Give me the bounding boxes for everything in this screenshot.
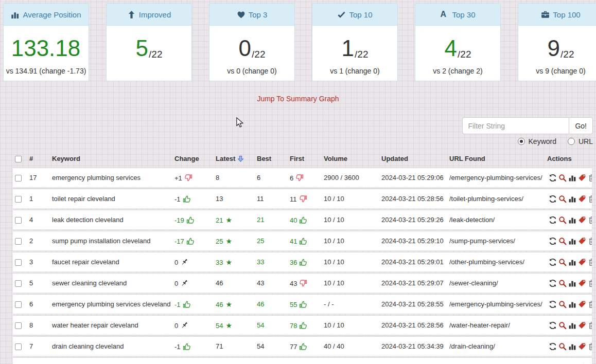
trash-icon[interactable]: [588, 300, 592, 308]
card-top-100: Top 100 9/22 vs 9 (change 0): [518, 3, 596, 81]
column-header-updated[interactable]: Updated: [379, 152, 447, 167]
tag-icon[interactable]: [578, 237, 586, 245]
chart-icon[interactable]: [568, 321, 576, 330]
cell-volume: 40 / 40: [322, 336, 379, 356]
tag-icon[interactable]: [578, 216, 586, 224]
trash-icon[interactable]: [588, 258, 592, 266]
search-icon[interactable]: [558, 258, 567, 266]
refresh-icon[interactable]: [549, 321, 557, 330]
search-icon[interactable]: [558, 174, 567, 182]
card-title: Top 3: [249, 10, 268, 19]
column-header-best[interactable]: Best: [255, 152, 288, 167]
row-checkbox[interactable]: [15, 301, 22, 308]
briefcase-icon: [541, 10, 550, 19]
refresh-icon[interactable]: [549, 237, 557, 245]
column-header-keyword[interactable]: Keyword: [50, 152, 172, 167]
search-icon[interactable]: [558, 216, 567, 224]
cell-checkbox: [13, 168, 27, 188]
cell-change: 0: [172, 315, 214, 335]
cell-value: 54: [216, 322, 223, 330]
chart-icon[interactable]: [568, 279, 576, 287]
refresh-icon[interactable]: [549, 342, 557, 351]
cell-latest: 21★: [214, 210, 255, 230]
jump-to-summary-graph-link[interactable]: Jump To Summary Graph: [257, 95, 339, 103]
cell-url-found: /emergency-plumbing-services/: [447, 168, 545, 188]
tag-icon[interactable]: [578, 321, 586, 330]
chart-icon[interactable]: [568, 195, 576, 203]
search-icon[interactable]: [558, 237, 567, 245]
cell-updated: 2024-03-21 05:28:55: [379, 294, 447, 314]
row-checkbox[interactable]: [15, 175, 22, 181]
url-radio[interactable]: [568, 138, 575, 145]
search-icon[interactable]: [558, 300, 567, 308]
card-value-suffix: /22: [560, 49, 574, 60]
search-icon[interactable]: [558, 342, 567, 351]
row-checkbox[interactable]: [15, 280, 22, 287]
tag-icon[interactable]: [578, 279, 586, 287]
tag-icon[interactable]: [578, 195, 586, 203]
row-checkbox[interactable]: [15, 238, 22, 245]
chart-icon[interactable]: [568, 342, 576, 351]
card-header: Top 10: [312, 4, 397, 26]
cell-first: 78: [288, 315, 322, 335]
refresh-icon[interactable]: [549, 174, 557, 182]
trash-icon[interactable]: [588, 342, 592, 351]
trash-icon[interactable]: [588, 195, 592, 203]
tag-icon[interactable]: [578, 300, 586, 308]
search-icon[interactable]: [558, 321, 567, 330]
table-row: 8water heater repair cleveland054★547810…: [13, 315, 592, 335]
cell-best: 11: [255, 189, 288, 209]
card-value-number: 133.18: [11, 37, 81, 60]
cell-change: +1: [172, 168, 214, 188]
go-button[interactable]: Go!: [569, 117, 593, 134]
trash-icon[interactable]: [588, 216, 592, 224]
search-icon[interactable]: [558, 195, 567, 203]
tag-icon[interactable]: [578, 174, 586, 182]
column-header-latest[interactable]: Latest: [214, 152, 255, 167]
column-header-url-found[interactable]: URL Found: [447, 152, 545, 167]
filter-string-input[interactable]: [462, 117, 569, 134]
cell-best: 54: [255, 336, 288, 356]
search-icon[interactable]: [558, 279, 567, 287]
cell-first: 41: [288, 231, 322, 251]
refresh-icon[interactable]: [549, 258, 557, 266]
chart-icon[interactable]: [568, 174, 576, 182]
card-header: Average Position: [4, 4, 89, 26]
column-header-change[interactable]: Change: [172, 152, 214, 167]
trash-icon[interactable]: [588, 279, 592, 287]
trash-icon[interactable]: [588, 174, 592, 182]
refresh-icon[interactable]: [549, 279, 557, 287]
card-value-number: 4: [445, 37, 457, 60]
cell-change: -1: [172, 294, 214, 314]
row-checkbox[interactable]: [15, 322, 22, 329]
refresh-icon[interactable]: [549, 300, 557, 308]
pin-icon: [180, 321, 188, 330]
chart-icon[interactable]: [568, 237, 576, 245]
cell-value: 46: [216, 301, 223, 308]
row-checkbox[interactable]: [15, 217, 22, 224]
row-checkbox[interactable]: [15, 259, 22, 266]
thumb-up-icon: [183, 195, 191, 203]
tag-icon[interactable]: [578, 258, 586, 266]
cell-value: -1: [174, 195, 181, 203]
sort-down-icon[interactable]: [237, 155, 244, 162]
chart-icon[interactable]: [568, 258, 576, 266]
cell-best: 6: [255, 168, 288, 188]
column-header-number[interactable]: #: [27, 152, 50, 167]
cell-keyword: emergency plumbing services: [50, 168, 172, 188]
column-header-volume[interactable]: Volume: [322, 152, 379, 167]
chart-icon[interactable]: [568, 216, 576, 224]
cell-value: -17: [174, 238, 184, 245]
column-header-first[interactable]: First: [288, 152, 322, 167]
refresh-icon[interactable]: [549, 195, 557, 203]
row-checkbox[interactable]: [15, 343, 22, 350]
table-row: 3faucet repair cleveland033★333610 / 102…: [13, 252, 592, 272]
row-checkbox[interactable]: [15, 196, 22, 203]
refresh-icon[interactable]: [549, 216, 557, 224]
tag-icon[interactable]: [578, 342, 586, 351]
select-all-checkbox[interactable]: [15, 156, 22, 162]
trash-icon[interactable]: [588, 321, 592, 330]
chart-icon[interactable]: [568, 300, 576, 308]
trash-icon[interactable]: [588, 237, 592, 245]
keyword-radio[interactable]: [518, 138, 525, 145]
